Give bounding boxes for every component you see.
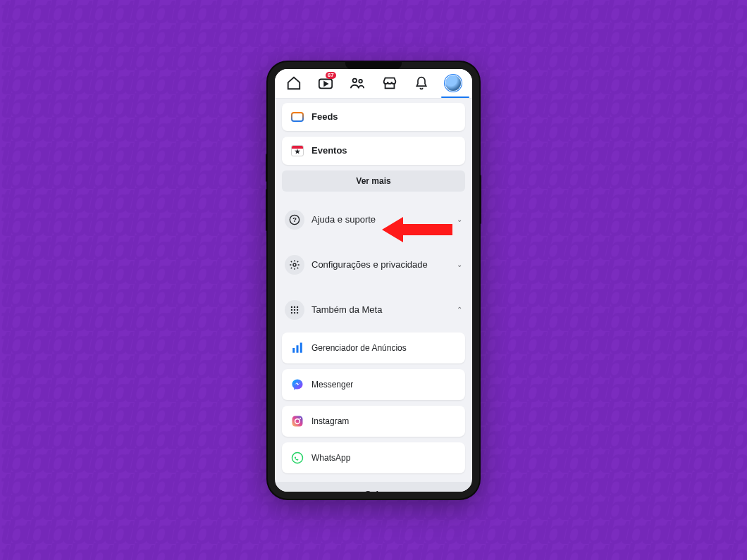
shortcut-feeds[interactable]: Feeds	[282, 103, 465, 131]
chevron-up-icon: ⌃	[457, 306, 462, 313]
section-label: Configurações e privacidade	[311, 259, 428, 270]
logout-label: Sair	[365, 489, 383, 492]
meta-app-whatsapp[interactable]: WhatsApp	[282, 442, 465, 473]
meta-app-ads-manager[interactable]: Gerenciador de Anúncios	[282, 332, 465, 363]
instagram-icon	[290, 414, 304, 428]
svg-text:?: ?	[292, 216, 297, 223]
section-label: Também da Meta	[311, 304, 382, 315]
active-tab-indicator	[441, 97, 469, 98]
chevron-down-icon: ⌄	[457, 216, 462, 223]
friends-icon	[349, 75, 366, 91]
top-nav: 67	[275, 69, 472, 99]
svg-point-13	[294, 311, 295, 313]
section-label: Ajuda e suporte	[311, 214, 376, 225]
svg-point-6	[291, 306, 292, 307]
meta-app-label: Messenger	[311, 380, 353, 390]
logout-button[interactable]: Sair	[275, 482, 472, 492]
section-help-support[interactable]: ? Ajuda e suporte ⌄	[282, 203, 465, 237]
meta-app-label: Gerenciador de Anúncios	[311, 343, 407, 353]
meta-app-label: Instagram	[311, 416, 349, 426]
phone-frame: 67 Feeds Eventos	[268, 62, 479, 499]
bell-icon	[414, 75, 428, 91]
svg-point-11	[297, 309, 298, 310]
chevron-down-icon: ⌄	[457, 261, 462, 268]
section-also-from-meta[interactable]: Também da Meta ⌃	[282, 293, 465, 327]
svg-point-1	[353, 79, 357, 83]
svg-point-2	[359, 80, 363, 83]
marketplace-icon	[382, 75, 397, 91]
screen: 67 Feeds Eventos	[275, 69, 472, 492]
tab-watch[interactable]: 67	[309, 69, 341, 98]
messenger-icon	[290, 378, 304, 392]
phone-side-button	[266, 189, 268, 231]
tab-friends[interactable]	[342, 69, 374, 98]
events-icon	[290, 144, 304, 158]
svg-rect-15	[292, 348, 295, 353]
shortcut-events[interactable]: Eventos	[282, 137, 465, 165]
meta-app-messenger[interactable]: Messenger	[282, 369, 465, 400]
svg-point-5	[293, 263, 296, 266]
svg-point-21	[292, 452, 303, 463]
svg-point-20	[300, 417, 301, 418]
ads-manager-icon	[290, 341, 304, 355]
tab-marketplace[interactable]	[374, 69, 405, 98]
tab-notifications[interactable]	[405, 69, 437, 98]
tab-home[interactable]	[278, 69, 309, 98]
svg-rect-16	[297, 345, 299, 353]
whatsapp-icon	[290, 451, 304, 465]
shortcut-label: Feeds	[311, 111, 338, 122]
meta-app-instagram[interactable]: Instagram	[282, 406, 465, 437]
svg-rect-17	[300, 342, 302, 352]
see-more-button[interactable]: Ver mais	[282, 170, 465, 192]
help-icon: ?	[285, 210, 304, 230]
apps-grid-icon	[285, 300, 304, 320]
svg-rect-0	[319, 80, 332, 89]
shortcut-label: Eventos	[311, 145, 347, 156]
svg-point-9	[291, 309, 292, 310]
svg-point-8	[297, 306, 298, 307]
svg-point-12	[291, 311, 292, 313]
svg-rect-18	[292, 416, 303, 426]
home-icon	[286, 75, 302, 91]
avatar-icon	[445, 75, 461, 91]
section-settings-privacy[interactable]: Configurações e privacidade ⌄	[282, 248, 465, 282]
svg-point-7	[294, 306, 295, 307]
menu-content: Feeds Eventos Ver mais ? Ajuda e suporte…	[275, 99, 472, 492]
phone-side-button	[266, 154, 268, 182]
svg-point-10	[294, 309, 295, 310]
feeds-icon	[290, 110, 304, 124]
phone-side-button	[479, 175, 481, 224]
meta-app-label: WhatsApp	[311, 453, 350, 463]
gear-icon	[285, 255, 304, 275]
svg-point-14	[297, 311, 298, 313]
tab-menu[interactable]	[438, 69, 469, 98]
watch-badge: 67	[326, 72, 336, 79]
see-more-label: Ver mais	[356, 176, 390, 186]
